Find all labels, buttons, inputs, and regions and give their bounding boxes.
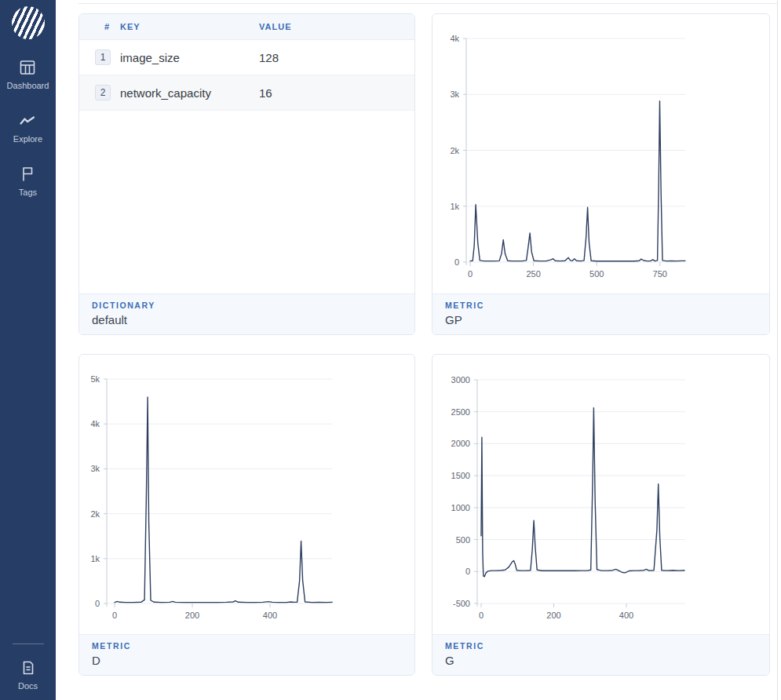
sidebar-item-label: Docs xyxy=(18,681,38,691)
column-header-key: KEY xyxy=(111,22,259,31)
card-footer: METRIC GP xyxy=(432,293,769,334)
svg-text:3000: 3000 xyxy=(451,375,470,385)
svg-text:0: 0 xyxy=(454,257,459,267)
svg-text:0: 0 xyxy=(465,567,470,576)
sidebar-item-tags[interactable]: Tags xyxy=(18,165,37,197)
column-header-index: # xyxy=(79,22,111,31)
card-type-label: METRIC xyxy=(445,641,757,651)
card-name: G xyxy=(445,654,757,667)
sidebar-item-docs[interactable]: Docs xyxy=(18,658,38,691)
svg-text:0: 0 xyxy=(468,269,473,279)
tags-icon xyxy=(18,165,37,184)
svg-text:250: 250 xyxy=(526,269,540,279)
svg-text:2k: 2k xyxy=(90,509,100,519)
dashboard-icon xyxy=(18,58,37,77)
row-value: 16 xyxy=(259,86,414,100)
svg-text:3k: 3k xyxy=(450,89,459,99)
row-value: 128 xyxy=(259,51,414,64)
column-header-value: VALUE xyxy=(259,22,414,31)
sidebar: Dashboard Explore Tags Docs xyxy=(0,0,56,700)
svg-text:200: 200 xyxy=(185,611,199,620)
explore-icon xyxy=(18,111,37,130)
card-footer: DICTIONARY default xyxy=(79,293,414,334)
svg-text:0: 0 xyxy=(479,611,484,620)
svg-text:0: 0 xyxy=(112,611,117,620)
sidebar-nav: Dashboard Explore Tags xyxy=(7,58,49,197)
row-key: image_size xyxy=(111,51,259,64)
svg-text:-500: -500 xyxy=(453,599,470,608)
sidebar-bottom: Docs xyxy=(13,643,44,691)
svg-text:400: 400 xyxy=(619,611,633,620)
sidebar-item-explore[interactable]: Explore xyxy=(13,111,42,144)
metric-g-line-chart: -5000500100015002000250030000200400 xyxy=(432,355,769,634)
svg-text:4k: 4k xyxy=(90,419,100,428)
svg-text:3k: 3k xyxy=(90,464,100,473)
card-type-label: METRIC xyxy=(445,301,757,310)
row-index-badge: 1 xyxy=(95,49,111,65)
metric-gp-line-chart: 01k2k3k4k0250500750 xyxy=(432,14,769,293)
svg-text:2500: 2500 xyxy=(451,407,470,417)
card-type-label: METRIC xyxy=(92,641,402,651)
card-type-label: DICTIONARY xyxy=(92,301,402,310)
table-row: 1 image_size 128 xyxy=(79,40,414,75)
card-footer: METRIC D xyxy=(79,634,414,675)
svg-text:750: 750 xyxy=(653,269,667,279)
card-name: default xyxy=(92,313,402,326)
svg-text:5k: 5k xyxy=(90,374,100,384)
sidebar-item-label: Dashboard xyxy=(7,81,49,90)
app-logo[interactable] xyxy=(12,6,45,39)
dictionary-card[interactable]: # KEY VALUE 1 image_size 128 2 network_c… xyxy=(78,13,415,335)
svg-text:1000: 1000 xyxy=(451,503,470,512)
svg-text:200: 200 xyxy=(546,611,560,620)
svg-text:1k: 1k xyxy=(450,202,459,211)
row-index-badge: 2 xyxy=(95,85,111,100)
sidebar-item-dashboard[interactable]: Dashboard xyxy=(7,58,49,90)
sidebar-divider xyxy=(13,643,44,644)
card-footer: METRIC G xyxy=(432,634,769,675)
svg-text:0: 0 xyxy=(95,599,100,608)
metric-card-g[interactable]: -5000500100015002000250030000200400 METR… xyxy=(432,354,770,676)
scroll-edge-line xyxy=(777,0,778,700)
svg-text:1500: 1500 xyxy=(451,471,470,480)
sidebar-item-label: Explore xyxy=(13,134,42,144)
svg-text:500: 500 xyxy=(456,535,470,545)
svg-text:400: 400 xyxy=(263,611,277,620)
row-key: network_capacity xyxy=(111,86,259,100)
svg-text:2000: 2000 xyxy=(451,439,470,448)
content-top-divider xyxy=(78,3,777,4)
table-header-row: # KEY VALUE xyxy=(79,14,414,40)
metric-card-gp[interactable]: 01k2k3k4k0250500750 METRIC GP xyxy=(432,13,770,335)
svg-text:2k: 2k xyxy=(450,146,459,155)
svg-text:4k: 4k xyxy=(450,34,459,43)
metric-card-d[interactable]: 01k2k3k4k5k0200400 METRIC D xyxy=(78,354,415,676)
svg-text:1k: 1k xyxy=(90,554,100,563)
svg-text:500: 500 xyxy=(589,269,604,279)
dictionary-table: # KEY VALUE 1 image_size 128 2 network_c… xyxy=(79,14,414,293)
sidebar-item-label: Tags xyxy=(19,188,37,197)
table-row: 2 network_capacity 16 xyxy=(79,75,414,111)
card-name: D xyxy=(92,654,402,667)
docs-icon xyxy=(19,658,38,677)
card-name: GP xyxy=(445,313,757,326)
metric-d-line-chart: 01k2k3k4k5k0200400 xyxy=(79,355,414,634)
